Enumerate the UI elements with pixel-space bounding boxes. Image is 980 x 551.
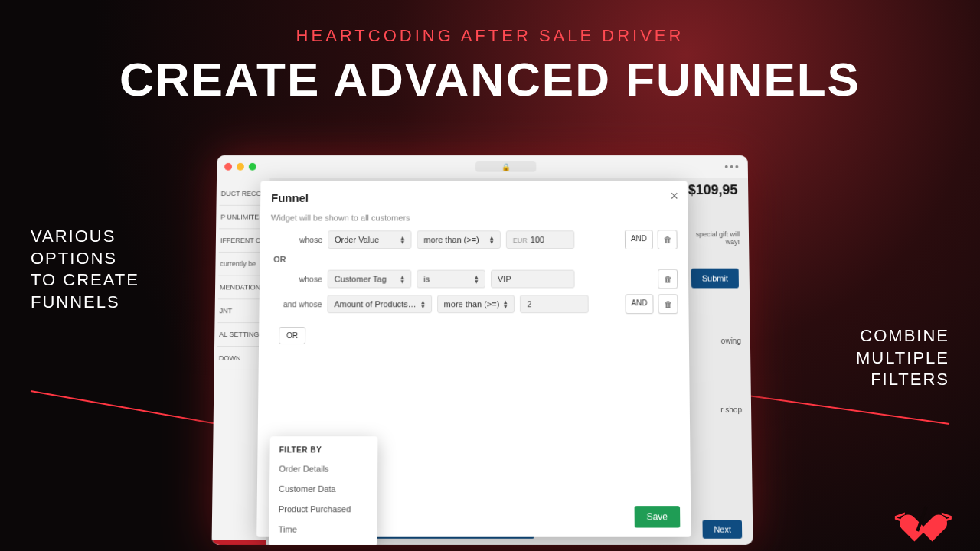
rule-prefix: whose <box>279 235 322 244</box>
window-controls[interactable] <box>224 163 256 171</box>
headline-text: CREATE ADVANCED FUNNELS <box>0 52 980 106</box>
field-value: Customer Tag <box>335 275 387 284</box>
delete-icon[interactable]: 🗑 <box>658 269 678 289</box>
operator-value: more than (>=) <box>444 299 500 308</box>
sidebar-item[interactable]: AL SETTINGS <box>217 323 265 347</box>
callout-left-line: FUNNELS <box>31 292 139 314</box>
filter-rule: and whose Amount of Products…▴▾ more tha… <box>279 294 678 314</box>
value-input[interactable]: 2 <box>520 295 589 313</box>
callout-left: VARIOUS OPTIONS TO CREATE FUNNELS <box>31 226 139 313</box>
operator-value: more than (>=) <box>423 235 479 244</box>
modal-subtitle: Widget will be shown to all customers <box>271 214 678 223</box>
sidebar-item[interactable]: DOWN <box>217 347 265 370</box>
chevron-updown-icon: ▴▾ <box>490 235 494 244</box>
sidebar-item[interactable]: currently be <box>218 253 266 276</box>
and-button[interactable]: AND <box>625 294 653 314</box>
filter-rule: whose Order Value▴▾ more than (>=)▴▾ EUR… <box>279 230 677 249</box>
operator-value: is <box>423 275 430 284</box>
chevron-updown-icon: ▴▾ <box>475 275 479 284</box>
close-icon[interactable]: × <box>670 188 678 204</box>
input-value: 2 <box>527 299 531 308</box>
value-input[interactable]: VIP <box>491 270 575 289</box>
sidebar-item[interactable]: JNT <box>217 299 265 323</box>
filter-by-popover: FILTER BY Order Details Customer Data Pr… <box>269 436 377 545</box>
callout-right-line: COMBINE <box>856 325 949 347</box>
accent-bar <box>212 540 266 545</box>
browser-chrome: 🔒 ••• <box>217 155 748 178</box>
lock-icon: 🔒 <box>501 162 510 171</box>
field-value: Amount of Products… <box>334 299 416 308</box>
input-value: 100 <box>531 235 544 244</box>
operator-select[interactable]: more than (>=)▴▾ <box>437 295 515 313</box>
browser-window: 🔒 ••• DUCT RECO P UNLIMITED IFFERENT CO … <box>212 155 753 545</box>
browser-body: DUCT RECO P UNLIMITED IFFERENT CO curren… <box>212 178 753 544</box>
callout-left-line: TO CREATE <box>31 269 139 292</box>
chevron-updown-icon: ▴▾ <box>400 275 404 284</box>
operator-select[interactable]: is▴▾ <box>416 270 485 289</box>
input-value: VIP <box>498 275 511 284</box>
modal-title: Funnel <box>271 191 677 204</box>
currency-label: EUR <box>513 236 528 244</box>
bg-text: r shop <box>720 406 742 414</box>
callout-right-line: MULTIPLE <box>856 347 949 370</box>
address-bar[interactable]: 🔒 <box>475 161 536 172</box>
browser-menu-icon[interactable]: ••• <box>724 161 740 173</box>
delete-icon[interactable]: 🗑 <box>658 294 678 314</box>
sidebar-item[interactable]: P UNLIMITED <box>219 206 266 230</box>
next-button[interactable]: Next <box>703 520 742 538</box>
filter-rule: whose Customer Tag▴▾ is▴▾ VIP 🗑 <box>279 269 678 289</box>
save-button[interactable]: Save <box>634 506 680 527</box>
operator-select[interactable]: more than (>=)▴▾ <box>416 230 500 249</box>
heart-icon <box>908 504 939 531</box>
delete-icon[interactable]: 🗑 <box>658 230 678 249</box>
brand-logo: < > <box>894 504 952 531</box>
eyebrow-text: HEARTCODING AFTER SALE DRIVER <box>0 0 980 46</box>
rule-prefix: whose <box>279 275 322 284</box>
close-dot[interactable] <box>224 163 232 171</box>
popover-header: FILTER BY <box>270 442 377 458</box>
chevron-updown-icon: ▴▾ <box>401 235 405 244</box>
arrow-left <box>31 390 238 429</box>
value-input[interactable]: EUR100 <box>506 230 575 249</box>
sidebar-item[interactable]: DUCT RECO <box>220 182 267 205</box>
popover-item[interactable]: Time <box>269 519 377 539</box>
popover-item[interactable]: Order Details <box>270 458 377 478</box>
minimize-dot[interactable] <box>237 163 244 171</box>
rule-prefix: and whose <box>279 299 322 308</box>
add-or-button[interactable]: OR <box>279 327 305 344</box>
total-value: $109,95 <box>688 182 738 197</box>
submit-button[interactable]: Submit <box>691 269 739 289</box>
sidebar-item[interactable]: IFFERENT CO <box>219 229 266 253</box>
callout-left-line: VARIOUS <box>31 226 139 248</box>
chevron-updown-icon: ▴▾ <box>421 299 425 308</box>
and-button[interactable]: AND <box>625 230 653 249</box>
popover-item[interactable]: Product Purchased <box>270 499 377 519</box>
field-select[interactable]: Amount of Products…▴▾ <box>327 295 431 313</box>
callout-left-line: OPTIONS <box>31 248 139 270</box>
callout-right-line: FILTERS <box>856 369 949 391</box>
field-value: Order Value <box>335 235 379 244</box>
gift-text: special gift will way! <box>694 230 740 246</box>
sidebar-item[interactable]: MENDATIONS <box>218 276 266 300</box>
or-separator: OR <box>273 255 678 264</box>
bg-text: owing <box>721 337 741 345</box>
field-select[interactable]: Customer Tag▴▾ <box>328 270 412 289</box>
field-select[interactable]: Order Value▴▾ <box>328 230 412 249</box>
maximize-dot[interactable] <box>249 163 256 171</box>
callout-right: COMBINE MULTIPLE FILTERS <box>856 325 949 391</box>
chevron-updown-icon: ▴▾ <box>504 299 508 308</box>
popover-item[interactable]: Customer Data <box>270 479 377 499</box>
